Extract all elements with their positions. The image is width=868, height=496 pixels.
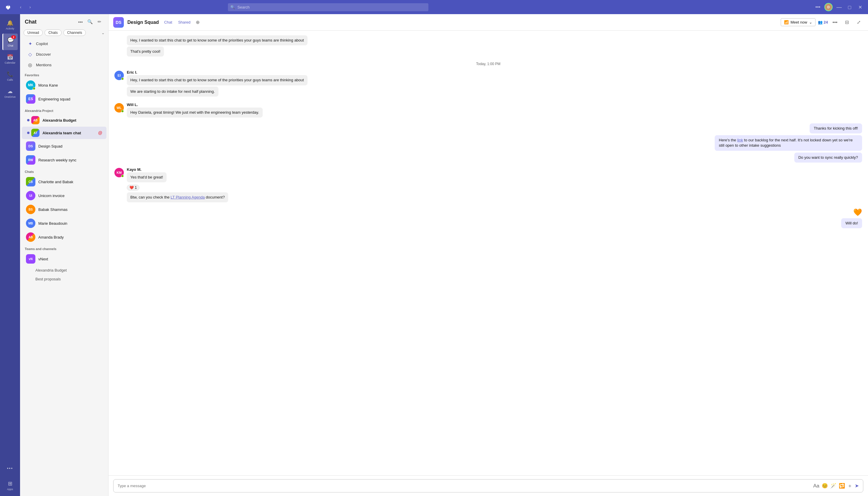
sidebar: Chat ••• 🔍 ✏ Unread Chats Channels ⌄ ✦ C… bbox=[20, 14, 108, 496]
nav-item-mentions[interactable]: ◎ Mentions bbox=[23, 60, 106, 70]
compose-box: Aa 😊 🪄 🔁 ＋ ➤ bbox=[113, 479, 863, 493]
sidebar-compose-button[interactable]: ✏ bbox=[95, 18, 104, 26]
sidebar-item-charlotte-babak[interactable]: CB Charlotte and Babak bbox=[22, 175, 106, 188]
link-lt-planning[interactable]: LT Planning Agenda bbox=[171, 195, 205, 199]
avatar-eric: EI bbox=[115, 71, 124, 80]
nav-item-discover[interactable]: ◇ Discover bbox=[23, 49, 106, 60]
sidebar-more-button[interactable]: ••• bbox=[76, 18, 85, 26]
avatar-mona-kane: MK bbox=[26, 80, 35, 90]
alexandria-project-label: Alexandria Project bbox=[20, 106, 108, 114]
rail-item-activity[interactable]: 🔔 Activity bbox=[2, 16, 18, 33]
chat-header-name: Design Squad bbox=[128, 20, 159, 25]
maximize-button[interactable]: ▢ bbox=[845, 3, 854, 11]
msg-content-eric: Eric I. Hey, I wanted to start this chat… bbox=[127, 70, 862, 96]
rail-item-calls[interactable]: 📞 Calls bbox=[2, 68, 18, 84]
rail-item-apps[interactable]: ⊞ Apps bbox=[2, 477, 18, 494]
msg-row-mine-3: Do you want to sync really quickly? bbox=[115, 153, 862, 162]
sidebar-item-design-squad[interactable]: DS Design Squad bbox=[22, 139, 106, 153]
msg-bubble-kayo-2: Btw, can you check the LT Planning Agend… bbox=[127, 192, 228, 202]
msg-bubble-early-1: Hey, I wanted to start this chat to get … bbox=[127, 35, 308, 45]
forward-button[interactable]: › bbox=[26, 3, 34, 11]
meet-now-button[interactable]: 📶 Meet now ⌄ bbox=[781, 18, 815, 26]
filter-unread[interactable]: Unread bbox=[24, 29, 43, 36]
compose-input[interactable] bbox=[118, 484, 811, 488]
minimize-button[interactable]: — bbox=[835, 3, 843, 11]
msg-bubble-eric-2: We are starting to do intake for next ha… bbox=[127, 87, 219, 97]
main-chat: DS Design Squad Chat Shared ⊕ 📶 Meet now… bbox=[108, 14, 868, 496]
link-backlog[interactable]: link bbox=[737, 138, 743, 142]
rail-item-chat[interactable]: 💬 Chat 2 bbox=[2, 34, 18, 50]
filter-channels[interactable]: Channels bbox=[63, 29, 86, 36]
rail-label-onedrive: OneDrive bbox=[4, 95, 16, 98]
filter-chevron-icon[interactable]: ⌄ bbox=[101, 31, 105, 35]
msg-sender-eric: Eric I. bbox=[127, 70, 862, 75]
sidebar-item-mona-kane[interactable]: MK Mona Kane bbox=[22, 78, 106, 92]
msg-row-mine-4: Will do! bbox=[115, 218, 862, 228]
format-icon[interactable]: Aa bbox=[813, 483, 819, 489]
sidebar-item-best-proposals[interactable]: Best proposals bbox=[22, 275, 106, 283]
add-tab-button[interactable]: ⊕ bbox=[195, 19, 201, 25]
add-icon[interactable]: ＋ bbox=[847, 482, 852, 489]
avatar-charlotte-babak: CB bbox=[26, 177, 35, 186]
sidebar-item-alexandria-budget-ch[interactable]: Alexandria Budget bbox=[22, 266, 106, 275]
search-input[interactable] bbox=[228, 3, 429, 11]
filter-bar: Unread Chats Channels ⌄ bbox=[20, 28, 108, 38]
nav-label-copilot: Copilot bbox=[36, 42, 48, 46]
msg-bubble-kayo-1: Yes that'd be great! bbox=[127, 172, 167, 182]
chat-name-research-weekly: Research weekly sync bbox=[38, 158, 102, 162]
sidebar-header-icons: ••• 🔍 ✏ bbox=[76, 18, 104, 26]
titlebar-right: ••• D — ▢ ✕ bbox=[814, 3, 865, 11]
rail-item-more[interactable]: ••• bbox=[2, 460, 18, 477]
attach-icon[interactable]: 🪄 bbox=[830, 483, 836, 489]
msg-content-kayo: Kayo M. Yes that'd be great! ❤️ 1 Btw, c… bbox=[127, 167, 862, 202]
back-button[interactable]: ‹ bbox=[16, 3, 25, 11]
more-button[interactable]: ••• bbox=[814, 3, 822, 11]
sidebar-item-amanda-brady[interactable]: AB Amanda Brady bbox=[22, 230, 106, 244]
avatar-vnext: vN bbox=[26, 254, 35, 264]
design-squad-avatar: DS bbox=[113, 17, 124, 28]
filter-chats[interactable]: Chats bbox=[45, 29, 61, 36]
header-more-button[interactable]: ••• bbox=[830, 18, 840, 27]
sidebar-item-alexandria-budget[interactable]: AB Alexandria Budget bbox=[22, 114, 106, 126]
header-split-button[interactable]: ⊟ bbox=[842, 18, 852, 27]
sidebar-item-research-weekly[interactable]: RW Research weekly sync bbox=[22, 153, 106, 167]
loop-icon[interactable]: 🔁 bbox=[839, 483, 845, 489]
nav-label-mentions: Mentions bbox=[36, 63, 51, 67]
msg-bubble-will-1: Hey Daniela, great timing! We just met w… bbox=[127, 108, 263, 118]
nav-label-discover: Discover bbox=[36, 52, 51, 57]
search-bar: 🔍 bbox=[228, 3, 429, 11]
favorites-label: Favorites bbox=[20, 71, 108, 78]
sidebar-item-marie-beaudouin[interactable]: MB Marie Beaudouin bbox=[22, 216, 106, 230]
onedrive-icon: ☁ bbox=[8, 88, 13, 95]
avatar-research-weekly: RW bbox=[26, 155, 35, 165]
close-button[interactable]: ✕ bbox=[856, 3, 865, 11]
apps-icon: ⊞ bbox=[8, 480, 12, 487]
avatar-marie-beaudouin: MB bbox=[26, 219, 35, 228]
emoji-icon[interactable]: 😊 bbox=[822, 483, 828, 489]
sidebar-item-unicorn-invoice[interactable]: UI Unicorn invoice bbox=[22, 189, 106, 202]
tab-shared[interactable]: Shared bbox=[176, 19, 192, 25]
msg-content-will: Will L. Hey Daniela, great timing! We ju… bbox=[127, 103, 862, 118]
chat-name-marie-beaudouin: Marie Beaudouin bbox=[38, 221, 102, 226]
tab-chat[interactable]: Chat bbox=[163, 19, 174, 25]
user-avatar[interactable]: D bbox=[824, 3, 833, 11]
nav-item-copilot[interactable]: ✦ Copilot bbox=[23, 38, 106, 49]
sidebar-item-babak-shammas[interactable]: BS Babak Shammas bbox=[22, 203, 106, 216]
header-expand-button[interactable]: ⤢ bbox=[854, 18, 863, 27]
chat-header-tabs: Chat Shared ⊕ bbox=[163, 19, 201, 25]
msg-bubble-mine-4: Will do! bbox=[841, 218, 862, 228]
chat-name-mona-kane: Mona Kane bbox=[38, 83, 102, 88]
rail-item-onedrive[interactable]: ☁ OneDrive bbox=[2, 85, 18, 101]
sidebar-search-button[interactable]: 🔍 bbox=[86, 18, 94, 26]
reaction-heart[interactable]: ❤️ 1 bbox=[127, 185, 139, 190]
participants-button[interactable]: 👥 24 bbox=[818, 20, 828, 25]
sidebar-item-alexandria-team-chat[interactable]: AT Alexandria team chat @ bbox=[22, 127, 106, 139]
sidebar-item-vnext[interactable]: vN vNext bbox=[22, 252, 106, 266]
msg-row-mine-1: Thanks for kicking this off! bbox=[115, 123, 862, 134]
avatar-design-squad: DS bbox=[26, 141, 35, 151]
rail-label-chat: Chat bbox=[8, 44, 13, 47]
send-button[interactable]: ➤ bbox=[855, 483, 859, 489]
sidebar-item-engineering-squad[interactable]: ES Engineering squad bbox=[22, 92, 106, 106]
chat-header: DS Design Squad Chat Shared ⊕ 📶 Meet now… bbox=[108, 14, 868, 31]
rail-item-calendar[interactable]: 📅 Calendar bbox=[2, 51, 18, 67]
